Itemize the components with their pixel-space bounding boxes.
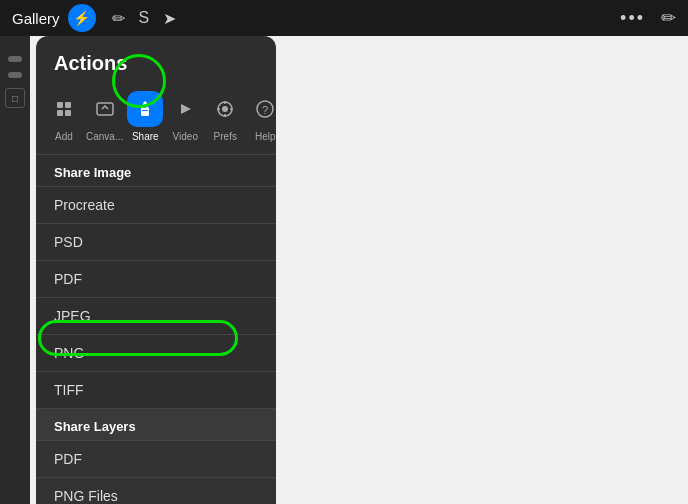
prefs-icon: [215, 99, 235, 119]
top-bar-left: Gallery ⚡ ✏ S ➤: [12, 4, 176, 32]
gallery-label[interactable]: Gallery: [12, 10, 60, 27]
pencil-icon[interactable]: ✏: [661, 7, 676, 29]
actions-panel: Actions Add Canva...: [36, 36, 276, 504]
arrow-icon[interactable]: ➤: [163, 9, 176, 28]
svg-rect-13: [224, 114, 226, 117]
svg-rect-1: [65, 102, 71, 108]
svg-rect-7: [142, 110, 148, 111]
svg-point-8: [144, 104, 147, 108]
svg-rect-14: [217, 108, 220, 110]
canva-label: Canva...: [86, 131, 123, 142]
menu-pdf-image[interactable]: PDF: [36, 261, 276, 297]
top-bar-tools: ✏ S ➤: [112, 9, 177, 28]
menu-png[interactable]: PNG: [36, 335, 276, 371]
svg-rect-3: [65, 110, 71, 116]
add-icon-wrap: [46, 91, 82, 127]
menu-png-files[interactable]: PNG Files: [36, 478, 276, 504]
add-icon: [54, 99, 74, 119]
svg-rect-0: [57, 102, 63, 108]
toolbar-video[interactable]: Video: [167, 91, 203, 142]
flash-icon[interactable]: ⚡: [68, 4, 96, 32]
menu-psd[interactable]: PSD: [36, 224, 276, 260]
menu-jpeg[interactable]: JPEG: [36, 298, 276, 334]
svg-rect-4: [97, 103, 113, 115]
add-label: Add: [55, 131, 73, 142]
share-icon-wrap: [127, 91, 163, 127]
share-image-header: Share Image: [36, 155, 276, 186]
help-label: Help: [255, 131, 276, 142]
video-label: Video: [173, 131, 198, 142]
menu-procreate[interactable]: Procreate: [36, 187, 276, 223]
toolbar-prefs[interactable]: Prefs: [207, 91, 243, 142]
top-bar: Gallery ⚡ ✏ S ➤ ••• ✏: [0, 0, 688, 36]
actions-title: Actions: [36, 36, 276, 87]
cursor-icon[interactable]: ✏: [112, 9, 125, 28]
toolbar-share[interactable]: Share: [127, 91, 163, 142]
share-icon: [135, 99, 155, 119]
video-icon: [175, 99, 195, 119]
canva-icon-wrap: [87, 91, 123, 127]
svg-rect-2: [57, 110, 63, 116]
toolbar-add[interactable]: Add: [46, 91, 82, 142]
toolbar-help[interactable]: ? Help: [247, 91, 276, 142]
svg-rect-12: [224, 101, 226, 104]
share-layers-header: Share Layers: [36, 409, 276, 440]
prefs-label: Prefs: [214, 131, 237, 142]
toolbar-canva[interactable]: Canva...: [86, 91, 123, 142]
video-icon-wrap: [167, 91, 203, 127]
slider-control[interactable]: [8, 56, 22, 62]
canva-icon: [95, 99, 115, 119]
menu-pdf-layers[interactable]: PDF: [36, 441, 276, 477]
help-icon-wrap: ?: [247, 91, 276, 127]
slider-control-2[interactable]: [8, 72, 22, 78]
more-options-icon[interactable]: •••: [620, 8, 645, 29]
layer-thumbnail[interactable]: □: [5, 88, 25, 108]
svg-rect-15: [230, 108, 233, 110]
share-label: Share: [132, 131, 159, 142]
menu-tiff[interactable]: TIFF: [36, 372, 276, 408]
prefs-icon-wrap: [207, 91, 243, 127]
help-icon: ?: [255, 99, 275, 119]
svg-text:?: ?: [262, 104, 268, 116]
svg-marker-9: [181, 104, 191, 114]
s-icon[interactable]: S: [139, 9, 150, 27]
toolbar-row: Add Canva... Shar: [36, 87, 276, 154]
svg-point-11: [222, 106, 228, 112]
top-bar-right: ••• ✏: [620, 7, 676, 29]
left-panel: □: [0, 36, 30, 504]
